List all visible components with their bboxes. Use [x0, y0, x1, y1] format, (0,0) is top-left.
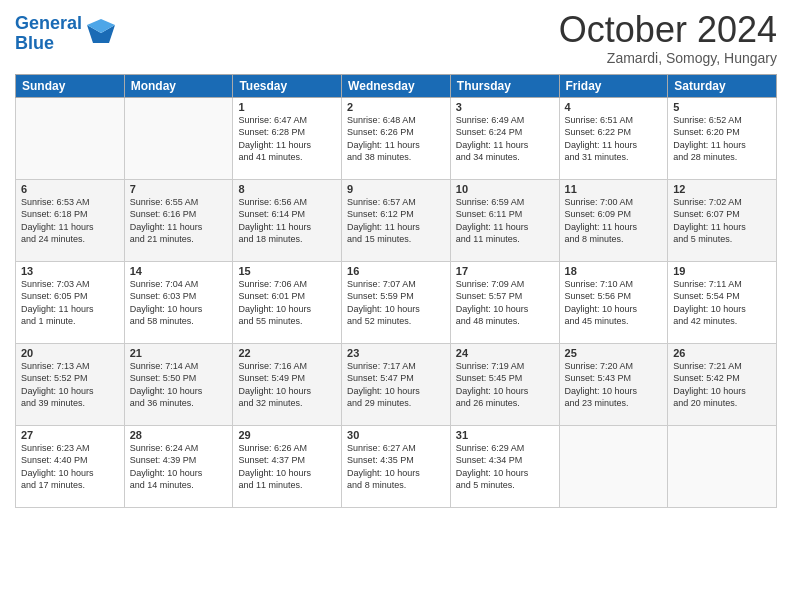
day-number: 9 — [347, 183, 445, 195]
calendar-cell: 12Sunrise: 7:02 AM Sunset: 6:07 PM Dayli… — [668, 179, 777, 261]
day-number: 3 — [456, 101, 554, 113]
calendar-cell: 1Sunrise: 6:47 AM Sunset: 6:28 PM Daylig… — [233, 97, 342, 179]
calendar-cell: 21Sunrise: 7:14 AM Sunset: 5:50 PM Dayli… — [124, 343, 233, 425]
day-number: 24 — [456, 347, 554, 359]
day-info: Sunrise: 6:59 AM Sunset: 6:11 PM Dayligh… — [456, 196, 554, 246]
day-info: Sunrise: 7:20 AM Sunset: 5:43 PM Dayligh… — [565, 360, 663, 410]
day-number: 5 — [673, 101, 771, 113]
day-number: 31 — [456, 429, 554, 441]
day-info: Sunrise: 7:00 AM Sunset: 6:09 PM Dayligh… — [565, 196, 663, 246]
day-info: Sunrise: 6:24 AM Sunset: 4:39 PM Dayligh… — [130, 442, 228, 492]
day-info: Sunrise: 6:49 AM Sunset: 6:24 PM Dayligh… — [456, 114, 554, 164]
calendar-cell: 8Sunrise: 6:56 AM Sunset: 6:14 PM Daylig… — [233, 179, 342, 261]
day-number: 17 — [456, 265, 554, 277]
day-number: 7 — [130, 183, 228, 195]
day-info: Sunrise: 6:51 AM Sunset: 6:22 PM Dayligh… — [565, 114, 663, 164]
calendar: SundayMondayTuesdayWednesdayThursdayFrid… — [15, 74, 777, 508]
month-title: October 2024 — [559, 10, 777, 50]
page: General Blue October 2024 Zamardi, Somog… — [0, 0, 792, 612]
location: Zamardi, Somogy, Hungary — [559, 50, 777, 66]
day-info: Sunrise: 6:57 AM Sunset: 6:12 PM Dayligh… — [347, 196, 445, 246]
day-info: Sunrise: 6:27 AM Sunset: 4:35 PM Dayligh… — [347, 442, 445, 492]
day-info: Sunrise: 6:23 AM Sunset: 4:40 PM Dayligh… — [21, 442, 119, 492]
calendar-cell: 23Sunrise: 7:17 AM Sunset: 5:47 PM Dayli… — [342, 343, 451, 425]
weekday-saturday: Saturday — [668, 74, 777, 97]
day-info: Sunrise: 6:52 AM Sunset: 6:20 PM Dayligh… — [673, 114, 771, 164]
weekday-wednesday: Wednesday — [342, 74, 451, 97]
day-info: Sunrise: 6:29 AM Sunset: 4:34 PM Dayligh… — [456, 442, 554, 492]
day-number: 11 — [565, 183, 663, 195]
weekday-sunday: Sunday — [16, 74, 125, 97]
day-info: Sunrise: 7:17 AM Sunset: 5:47 PM Dayligh… — [347, 360, 445, 410]
day-info: Sunrise: 7:04 AM Sunset: 6:03 PM Dayligh… — [130, 278, 228, 328]
day-number: 8 — [238, 183, 336, 195]
day-info: Sunrise: 6:26 AM Sunset: 4:37 PM Dayligh… — [238, 442, 336, 492]
day-info: Sunrise: 7:16 AM Sunset: 5:49 PM Dayligh… — [238, 360, 336, 410]
weekday-thursday: Thursday — [450, 74, 559, 97]
calendar-cell: 11Sunrise: 7:00 AM Sunset: 6:09 PM Dayli… — [559, 179, 668, 261]
day-number: 30 — [347, 429, 445, 441]
day-info: Sunrise: 7:03 AM Sunset: 6:05 PM Dayligh… — [21, 278, 119, 328]
day-number: 2 — [347, 101, 445, 113]
day-info: Sunrise: 7:10 AM Sunset: 5:56 PM Dayligh… — [565, 278, 663, 328]
calendar-cell: 19Sunrise: 7:11 AM Sunset: 5:54 PM Dayli… — [668, 261, 777, 343]
day-number: 12 — [673, 183, 771, 195]
title-block: October 2024 Zamardi, Somogy, Hungary — [559, 10, 777, 66]
day-info: Sunrise: 7:06 AM Sunset: 6:01 PM Dayligh… — [238, 278, 336, 328]
calendar-cell: 17Sunrise: 7:09 AM Sunset: 5:57 PM Dayli… — [450, 261, 559, 343]
day-info: Sunrise: 6:48 AM Sunset: 6:26 PM Dayligh… — [347, 114, 445, 164]
calendar-cell: 6Sunrise: 6:53 AM Sunset: 6:18 PM Daylig… — [16, 179, 125, 261]
calendar-cell: 26Sunrise: 7:21 AM Sunset: 5:42 PM Dayli… — [668, 343, 777, 425]
day-number: 6 — [21, 183, 119, 195]
day-number: 28 — [130, 429, 228, 441]
calendar-cell: 18Sunrise: 7:10 AM Sunset: 5:56 PM Dayli… — [559, 261, 668, 343]
day-info: Sunrise: 7:14 AM Sunset: 5:50 PM Dayligh… — [130, 360, 228, 410]
day-number: 29 — [238, 429, 336, 441]
day-info: Sunrise: 6:47 AM Sunset: 6:28 PM Dayligh… — [238, 114, 336, 164]
weekday-header-row: SundayMondayTuesdayWednesdayThursdayFrid… — [16, 74, 777, 97]
day-number: 16 — [347, 265, 445, 277]
day-info: Sunrise: 6:56 AM Sunset: 6:14 PM Dayligh… — [238, 196, 336, 246]
day-number: 20 — [21, 347, 119, 359]
day-number: 4 — [565, 101, 663, 113]
calendar-cell: 3Sunrise: 6:49 AM Sunset: 6:24 PM Daylig… — [450, 97, 559, 179]
calendar-cell: 16Sunrise: 7:07 AM Sunset: 5:59 PM Dayli… — [342, 261, 451, 343]
day-info: Sunrise: 6:53 AM Sunset: 6:18 PM Dayligh… — [21, 196, 119, 246]
calendar-cell — [124, 97, 233, 179]
calendar-cell: 13Sunrise: 7:03 AM Sunset: 6:05 PM Dayli… — [16, 261, 125, 343]
calendar-row-0: 1Sunrise: 6:47 AM Sunset: 6:28 PM Daylig… — [16, 97, 777, 179]
day-number: 15 — [238, 265, 336, 277]
calendar-row-2: 13Sunrise: 7:03 AM Sunset: 6:05 PM Dayli… — [16, 261, 777, 343]
calendar-cell: 22Sunrise: 7:16 AM Sunset: 5:49 PM Dayli… — [233, 343, 342, 425]
calendar-cell: 4Sunrise: 6:51 AM Sunset: 6:22 PM Daylig… — [559, 97, 668, 179]
day-number: 23 — [347, 347, 445, 359]
calendar-cell — [668, 425, 777, 507]
calendar-cell: 9Sunrise: 6:57 AM Sunset: 6:12 PM Daylig… — [342, 179, 451, 261]
weekday-friday: Friday — [559, 74, 668, 97]
calendar-cell: 28Sunrise: 6:24 AM Sunset: 4:39 PM Dayli… — [124, 425, 233, 507]
day-number: 10 — [456, 183, 554, 195]
day-number: 13 — [21, 265, 119, 277]
day-info: Sunrise: 6:55 AM Sunset: 6:16 PM Dayligh… — [130, 196, 228, 246]
calendar-cell: 15Sunrise: 7:06 AM Sunset: 6:01 PM Dayli… — [233, 261, 342, 343]
header: General Blue October 2024 Zamardi, Somog… — [15, 10, 777, 66]
day-number: 26 — [673, 347, 771, 359]
calendar-cell: 10Sunrise: 6:59 AM Sunset: 6:11 PM Dayli… — [450, 179, 559, 261]
calendar-cell: 20Sunrise: 7:13 AM Sunset: 5:52 PM Dayli… — [16, 343, 125, 425]
day-number: 22 — [238, 347, 336, 359]
calendar-cell: 5Sunrise: 6:52 AM Sunset: 6:20 PM Daylig… — [668, 97, 777, 179]
day-info: Sunrise: 7:21 AM Sunset: 5:42 PM Dayligh… — [673, 360, 771, 410]
day-number: 25 — [565, 347, 663, 359]
day-info: Sunrise: 7:09 AM Sunset: 5:57 PM Dayligh… — [456, 278, 554, 328]
day-number: 1 — [238, 101, 336, 113]
day-number: 21 — [130, 347, 228, 359]
calendar-cell: 29Sunrise: 6:26 AM Sunset: 4:37 PM Dayli… — [233, 425, 342, 507]
day-number: 18 — [565, 265, 663, 277]
calendar-cell: 14Sunrise: 7:04 AM Sunset: 6:03 PM Dayli… — [124, 261, 233, 343]
logo-icon — [85, 15, 117, 47]
calendar-cell: 7Sunrise: 6:55 AM Sunset: 6:16 PM Daylig… — [124, 179, 233, 261]
day-info: Sunrise: 7:13 AM Sunset: 5:52 PM Dayligh… — [21, 360, 119, 410]
calendar-cell: 27Sunrise: 6:23 AM Sunset: 4:40 PM Dayli… — [16, 425, 125, 507]
calendar-cell: 2Sunrise: 6:48 AM Sunset: 6:26 PM Daylig… — [342, 97, 451, 179]
calendar-row-1: 6Sunrise: 6:53 AM Sunset: 6:18 PM Daylig… — [16, 179, 777, 261]
